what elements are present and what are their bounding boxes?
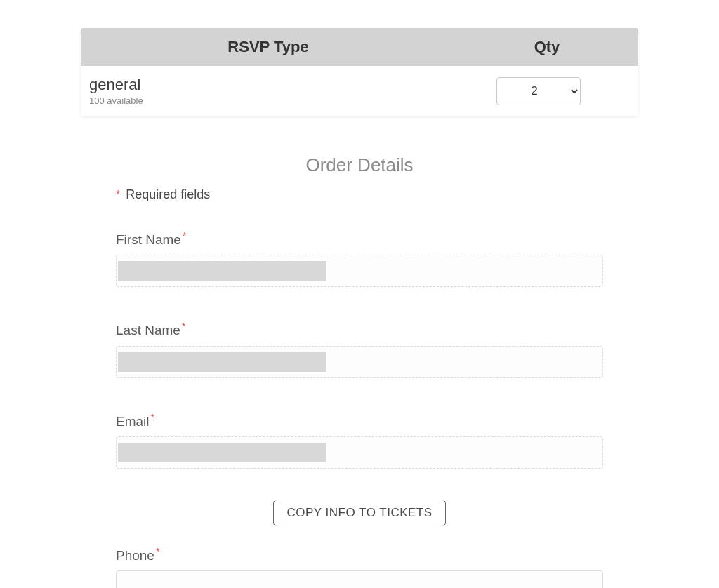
rsvp-table-header: RSVP Type Qty: [81, 28, 638, 66]
copy-info-button[interactable]: COPY INFO TO TICKETS: [273, 500, 445, 526]
phone-group: Phone*: [116, 546, 603, 588]
rsvp-type-name: general: [89, 76, 447, 94]
rsvp-row: general 100 available 2: [81, 66, 638, 116]
first-name-label: First Name*: [116, 230, 603, 248]
rsvp-table: RSVP Type Qty general 100 available 2: [81, 28, 638, 116]
redacted-value: [118, 443, 326, 462]
last-name-input[interactable]: [116, 346, 603, 378]
last-name-label-text: Last Name: [116, 323, 180, 338]
required-note-text: Required fields: [126, 187, 210, 201]
asterisk-icon: *: [182, 321, 185, 332]
first-name-group: First Name*: [116, 230, 603, 287]
redacted-value: [118, 261, 326, 281]
asterisk-icon: *: [156, 546, 159, 557]
email-group: Email*: [116, 412, 603, 469]
order-details-section: Order Details *Required fields First Nam…: [81, 154, 638, 588]
first-name-input[interactable]: [116, 255, 603, 287]
asterisk-icon: *: [183, 230, 186, 241]
phone-label: Phone*: [116, 546, 603, 563]
header-type: RSVP Type: [81, 38, 456, 56]
last-name-group: Last Name*: [116, 321, 603, 377]
email-label: Email*: [116, 412, 603, 429]
asterisk-icon: *: [151, 412, 154, 423]
required-fields-note: *Required fields: [116, 187, 603, 202]
email-input[interactable]: [116, 436, 603, 469]
last-name-label: Last Name*: [116, 321, 603, 338]
phone-label-text: Phone: [116, 548, 154, 563]
phone-input[interactable]: [116, 570, 603, 588]
qty-select[interactable]: 2: [496, 77, 581, 105]
header-qty: Qty: [456, 38, 638, 56]
asterisk-icon: *: [116, 189, 120, 201]
first-name-label-text: First Name: [116, 232, 181, 247]
order-title: Order Details: [116, 154, 603, 176]
redacted-value: [118, 352, 326, 372]
email-label-text: Email: [116, 414, 150, 429]
rsvp-type-available: 100 available: [89, 95, 447, 106]
